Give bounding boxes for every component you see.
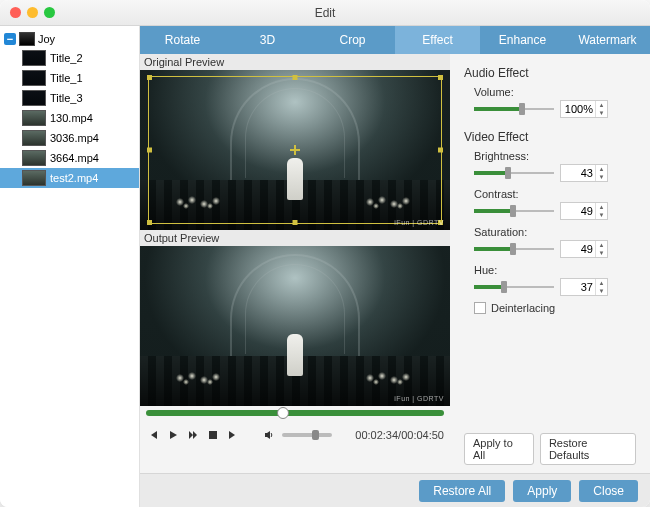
file-label: 3036.mp4 — [50, 132, 99, 144]
thumbnail-icon — [22, 150, 46, 166]
root-label: Joy — [38, 33, 55, 45]
playhead[interactable] — [277, 407, 289, 419]
volume-icon[interactable] — [262, 428, 276, 442]
effects-panel: Audio Effect Volume: ▲▼ Video Effect Bri… — [450, 54, 650, 473]
tab-enhance[interactable]: Enhance — [480, 26, 565, 54]
volume-spinner[interactable]: ▲▼ — [560, 100, 608, 118]
thumbnail-icon — [22, 50, 46, 66]
skip-back-button[interactable] — [146, 428, 160, 442]
restore-all-button[interactable]: Restore All — [419, 480, 505, 502]
stepper-down-icon[interactable]: ▼ — [596, 211, 607, 219]
volume-input[interactable] — [561, 103, 595, 115]
fast-forward-button[interactable] — [186, 428, 200, 442]
saturation-slider[interactable] — [474, 246, 554, 252]
stepper-down-icon[interactable]: ▼ — [596, 249, 607, 257]
stepper-down-icon[interactable]: ▼ — [596, 109, 607, 117]
brightness-spinner[interactable]: ▲▼ — [560, 164, 608, 182]
play-button[interactable] — [166, 428, 180, 442]
stop-button[interactable] — [206, 428, 220, 442]
hue-input[interactable] — [561, 281, 595, 293]
window-title: Edit — [0, 6, 650, 20]
tab-effect[interactable]: Effect — [395, 26, 480, 54]
brightness-slider[interactable] — [474, 170, 554, 176]
contrast-input[interactable] — [561, 205, 595, 217]
close-button[interactable]: Close — [579, 480, 638, 502]
apply-button[interactable]: Apply — [513, 480, 571, 502]
volume-slider-effect[interactable] — [474, 106, 554, 112]
timeline-track[interactable] — [146, 410, 444, 416]
file-label: 130.mp4 — [50, 112, 93, 124]
sidebar-item[interactable]: Title_1 — [0, 68, 139, 88]
stepper-down-icon[interactable]: ▼ — [596, 287, 607, 295]
audio-effect-heading: Audio Effect — [464, 66, 636, 80]
sidebar-item[interactable]: Title_3 — [0, 88, 139, 108]
file-label: test2.mp4 — [50, 172, 98, 184]
checkbox-icon[interactable] — [474, 302, 486, 314]
stepper-down-icon[interactable]: ▼ — [596, 173, 607, 181]
saturation-label: Saturation: — [474, 226, 636, 238]
brightness-label: Brightness: — [474, 150, 636, 162]
file-label: 3664.mp4 — [50, 152, 99, 164]
stepper-up-icon[interactable]: ▲ — [596, 279, 607, 287]
skip-forward-button[interactable] — [226, 428, 240, 442]
contrast-label: Contrast: — [474, 188, 636, 200]
stepper-up-icon[interactable]: ▲ — [596, 203, 607, 211]
original-preview[interactable]: iFun | GDRTV — [140, 70, 450, 230]
tab-crop[interactable]: Crop — [310, 26, 395, 54]
svg-rect-0 — [209, 431, 217, 439]
footer-bar: Restore All Apply Close — [140, 473, 650, 507]
sidebar-item[interactable]: 3036.mp4 — [0, 128, 139, 148]
thumbnail-icon — [22, 130, 46, 146]
brightness-input[interactable] — [561, 167, 595, 179]
contrast-slider[interactable] — [474, 208, 554, 214]
contrast-spinner[interactable]: ▲▼ — [560, 202, 608, 220]
file-label: Title_1 — [50, 72, 83, 84]
preview-column: Original Preview — [140, 54, 450, 473]
volume-label: Volume: — [474, 86, 636, 98]
tab-watermark[interactable]: Watermark — [565, 26, 650, 54]
saturation-input[interactable] — [561, 243, 595, 255]
timeline[interactable] — [140, 406, 450, 424]
folder-icon — [19, 32, 35, 46]
stepper-up-icon[interactable]: ▲ — [596, 165, 607, 173]
watermark-text: iFun | GDRTV — [394, 219, 444, 226]
file-label: Title_2 — [50, 52, 83, 64]
tab-bar: Rotate3DCropEffectEnhanceWatermark — [140, 26, 650, 54]
file-sidebar: − Joy Title_2Title_1Title_3130.mp43036.m… — [0, 26, 140, 507]
tab-3d[interactable]: 3D — [225, 26, 310, 54]
hue-label: Hue: — [474, 264, 636, 276]
time-display: 00:02:34/00:04:50 — [355, 429, 444, 441]
stepper-up-icon[interactable]: ▲ — [596, 101, 607, 109]
thumbnail-icon — [22, 90, 46, 106]
deinterlacing-label: Deinterlacing — [491, 302, 555, 314]
sidebar-item[interactable]: test2.mp4 — [0, 168, 139, 188]
restore-defaults-button[interactable]: Restore Defaults — [540, 433, 636, 465]
saturation-spinner[interactable]: ▲▼ — [560, 240, 608, 258]
stepper-up-icon[interactable]: ▲ — [596, 241, 607, 249]
sidebar-item[interactable]: Title_2 — [0, 48, 139, 68]
collapse-icon[interactable]: − — [4, 33, 16, 45]
file-label: Title_3 — [50, 92, 83, 104]
playback-controls: 00:02:34/00:04:50 — [140, 424, 450, 450]
thumbnail-icon — [22, 110, 46, 126]
watermark-text: iFun | GDRTV — [394, 395, 444, 402]
edit-window: Edit − Joy Title_2Title_1Title_3130.mp43… — [0, 0, 650, 507]
output-preview-label: Output Preview — [140, 230, 450, 246]
tab-rotate[interactable]: Rotate — [140, 26, 225, 54]
titlebar: Edit — [0, 0, 650, 26]
volume-slider[interactable] — [282, 433, 332, 437]
thumbnail-icon — [22, 70, 46, 86]
hue-slider[interactable] — [474, 284, 554, 290]
original-preview-label: Original Preview — [140, 54, 450, 70]
video-effect-heading: Video Effect — [464, 130, 636, 144]
apply-to-all-button[interactable]: Apply to All — [464, 433, 534, 465]
sidebar-item[interactable]: 3664.mp4 — [0, 148, 139, 168]
sidebar-item[interactable]: 130.mp4 — [0, 108, 139, 128]
hue-spinner[interactable]: ▲▼ — [560, 278, 608, 296]
tree-root[interactable]: − Joy — [0, 30, 139, 48]
deinterlacing-checkbox[interactable]: Deinterlacing — [474, 302, 636, 314]
output-preview[interactable]: iFun | GDRTV — [140, 246, 450, 406]
thumbnail-icon — [22, 170, 46, 186]
